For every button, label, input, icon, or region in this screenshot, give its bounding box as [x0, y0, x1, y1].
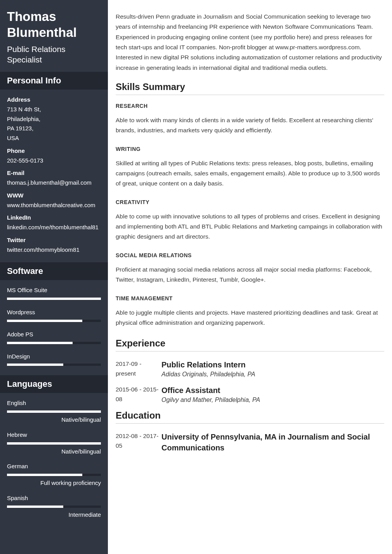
languages-header: Languages [0, 375, 108, 393]
skill-bar [7, 364, 101, 366]
info-value: thomas.j.blumenthal@gmail.com [7, 178, 101, 188]
language-name: German [7, 462, 101, 471]
software-item: MS Office Suite [7, 286, 101, 300]
info-value: 713 N 4th St, [7, 105, 101, 114]
info-value: www.thomblumenthalcreative.com [7, 201, 101, 210]
skill-bar [7, 442, 101, 445]
education-item: 2012-08 - 2017-05University of Pennsylva… [116, 431, 384, 453]
skill-bar [7, 474, 101, 476]
experience-item: 2015-06 - 2015-08Office AssistantOgilvy … [116, 385, 384, 404]
skill-bar-fill [7, 364, 63, 366]
personal-info-header: Personal Info [0, 72, 108, 90]
skill-bar-fill [7, 506, 63, 508]
skill-description: Able to juggle multiple clients and proj… [116, 308, 384, 328]
skill-bar [7, 298, 101, 300]
info-label: WWW [7, 191, 101, 201]
skill-bar [7, 342, 101, 344]
skill-block: TIME MANAGEMENTAble to juggle multiple c… [116, 295, 384, 328]
info-value: PA 19123, [7, 124, 101, 133]
language-name: Spanish [7, 493, 101, 503]
main-content: Results-driven Penn graduate in Journali… [108, 0, 392, 554]
education-body: University of Pennsylvania, MA in Journa… [161, 431, 384, 453]
experience-body: Office AssistantOgilvy and Mather, Phila… [161, 385, 384, 404]
languages-body: EnglishNative/bilingualHebrewNative/bili… [0, 393, 108, 527]
language-item: HebrewNative/bilingual [7, 430, 101, 457]
info-value: Philadelphia, [7, 114, 101, 124]
language-item: EnglishNative/bilingual [7, 398, 101, 425]
skill-heading: TIME MANAGEMENT [116, 295, 384, 301]
language-name: English [7, 398, 101, 408]
education-dates: 2012-08 - 2017-05 [116, 431, 161, 453]
software-item: Wordpress [7, 308, 101, 322]
education-container: 2012-08 - 2017-05University of Pennsylva… [116, 431, 384, 453]
skill-heading: WRITING [116, 146, 384, 152]
language-item: SpanishIntermediate [7, 493, 101, 520]
info-label: E-mail [7, 168, 101, 178]
skills-summary-header: Skills Summary [116, 81, 384, 95]
skill-bar [7, 320, 101, 322]
language-level: Intermediate [7, 510, 101, 520]
experience-title: Public Relations Intern [161, 359, 384, 370]
profile-summary: Results-driven Penn graduate in Journali… [116, 12, 384, 73]
education-title: University of Pennsylvania, MA in Journa… [161, 431, 384, 453]
person-name: Thomas Blumenthal [7, 9, 101, 41]
info-value: linkedin.com/me/thomblumenthal81 [7, 223, 101, 232]
experience-title: Office Assistant [161, 385, 384, 396]
experience-body: Public Relations InternAdidas Originals,… [161, 359, 384, 379]
software-item: Adobe PS [7, 330, 101, 344]
skill-description: Able to work with many kinds of clients … [116, 115, 384, 136]
skill-description: Able to come up with innovative solution… [116, 211, 384, 242]
skills-container: RESEARCHAble to work with many kinds of … [116, 103, 384, 328]
experience-company: Adidas Originals, Philadelphia, PA [161, 371, 384, 378]
info-label: Phone [7, 146, 101, 156]
info-label: LinkedIn [7, 213, 101, 223]
experience-container: 2017-09 - presentPublic Relations Intern… [116, 359, 384, 404]
software-header: Software [0, 262, 108, 280]
software-name: Adobe PS [7, 330, 101, 339]
software-name: Wordpress [7, 308, 101, 317]
name-block: Thomas Blumenthal Public Relations Speci… [0, 0, 108, 72]
skill-bar [7, 410, 101, 413]
skill-block: WRITINGSkilled at writing all types of P… [116, 146, 384, 189]
language-item: GermanFull working proficiency [7, 462, 101, 488]
language-level: Full working proficiency [7, 478, 101, 488]
personal-info-body: Address713 N 4th St,Philadelphia,PA 1912… [0, 90, 108, 262]
skill-description: Proficient at managing social media rela… [116, 265, 384, 285]
info-value: 202-555-0173 [7, 156, 101, 166]
software-name: MS Office Suite [7, 286, 101, 295]
skill-heading: SOCIAL MEDIA RELATIONS [116, 252, 384, 258]
skill-bar-fill [7, 320, 82, 322]
job-title: Public Relations Specialist [7, 44, 101, 65]
skill-block: CREATIVITYAble to come up with innovativ… [116, 199, 384, 242]
experience-company: Ogilvy and Mather, Philadelphia, PA [161, 396, 384, 403]
software-item: InDesign [7, 352, 101, 366]
experience-header: Experience [116, 338, 384, 351]
skill-bar-fill [7, 342, 73, 344]
experience-item: 2017-09 - presentPublic Relations Intern… [116, 359, 384, 379]
info-label: Twitter [7, 235, 101, 245]
info-value: USA [7, 133, 101, 143]
skill-heading: RESEARCH [116, 103, 384, 109]
info-value: twitter.com/thommybloom81 [7, 245, 101, 255]
language-level: Native/bilingual [7, 415, 101, 425]
skill-bar-fill [7, 442, 101, 445]
skill-bar-fill [7, 298, 101, 300]
skill-bar-fill [7, 410, 101, 413]
software-body: MS Office SuiteWordpressAdobe PSInDesign [0, 280, 108, 375]
language-level: Native/bilingual [7, 447, 101, 457]
info-label: Address [7, 95, 101, 105]
software-name: InDesign [7, 352, 101, 362]
language-name: Hebrew [7, 430, 101, 440]
skill-bar [7, 506, 101, 508]
sidebar: Thomas Blumenthal Public Relations Speci… [0, 0, 108, 554]
skill-description: Skilled at writing all types of Public R… [116, 158, 384, 189]
skill-block: RESEARCHAble to work with many kinds of … [116, 103, 384, 136]
skill-block: SOCIAL MEDIA RELATIONSProficient at mana… [116, 252, 384, 285]
education-header: Education [116, 410, 384, 424]
experience-dates: 2015-06 - 2015-08 [116, 385, 161, 404]
skill-heading: CREATIVITY [116, 199, 384, 205]
skill-bar-fill [7, 474, 82, 476]
experience-dates: 2017-09 - present [116, 359, 161, 379]
